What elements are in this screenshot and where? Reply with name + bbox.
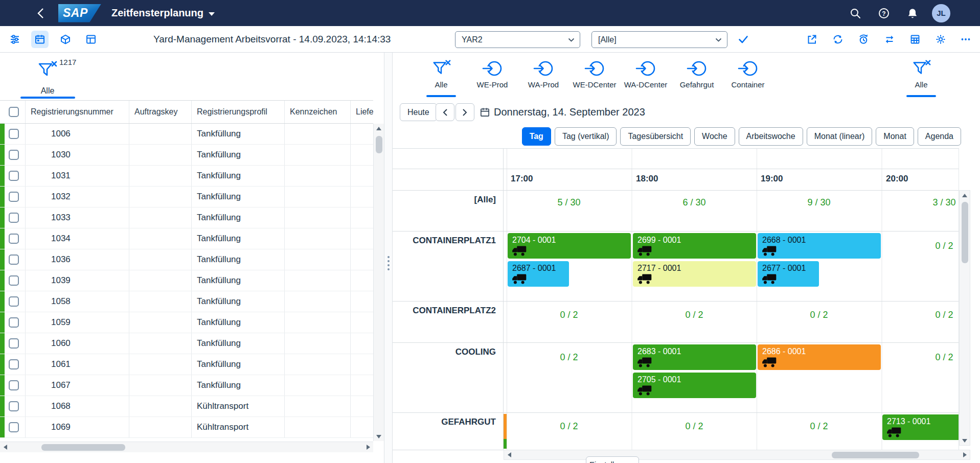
table-row[interactable]: 1059Tankfüllung [0,312,373,333]
app-title-menu[interactable]: Zeitfensterplanung [111,7,215,19]
row-checkbox[interactable] [9,380,19,390]
appointment[interactable]: 2683 - 0001 [633,344,756,370]
table-row[interactable]: 1058Tankfüllung [0,291,373,312]
table-row[interactable]: 1039Tankfüllung [0,270,373,291]
filter-select[interactable]: [Alle] [591,31,727,48]
view-tab-monat-linear[interactable]: Monat (linear) [807,127,873,146]
avatar[interactable]: JL [932,4,950,22]
synchronize-button[interactable] [829,31,847,48]
column-header-registrierungsnummer[interactable]: Registrierungsnummer [25,101,129,123]
notifications-button[interactable] [903,4,922,22]
table-row[interactable]: 1006Tankfüllung [0,124,373,145]
view-tab-tagesuebersicht[interactable]: Tagesübersicht [620,127,691,146]
planner-horizontal-scrollbar[interactable] [504,450,970,460]
column-header-lieferung[interactable]: Liefe [350,101,373,123]
appointment[interactable]: 2677 - 0001 [758,261,819,287]
planner-vertical-scrollbar[interactable] [959,190,970,446]
row-checkbox[interactable] [9,234,19,244]
planner-tab-we-prod[interactable]: WE-Prod [467,57,518,97]
planner-tab-we-dcenter[interactable]: WE-DCenter [569,57,620,97]
appointment[interactable]: 2699 - 0001 [633,233,756,259]
scroll-down-button[interactable] [374,432,384,441]
einstellungen-button[interactable]: Einstellungen [586,456,639,463]
view-tab-arbeitswoche[interactable]: Arbeitswoche [739,127,803,146]
row-checkbox[interactable] [9,338,19,349]
view-tab-monat[interactable]: Monat [876,127,914,146]
scroll-down-button[interactable] [960,436,970,445]
overflow-button[interactable] [957,31,974,48]
yard-select[interactable]: YAR2 [455,31,580,48]
filter-tab-label[interactable]: Alle [26,86,69,96]
settings-button[interactable] [932,31,949,48]
view-tab-agenda[interactable]: Agenda [918,127,961,146]
row-checkbox[interactable] [9,192,19,202]
row-checkbox[interactable] [9,317,19,328]
column-header-kennzeichen[interactable]: Kennzeichen [284,101,350,123]
appointment[interactable]: 2687 - 0001 [508,261,569,287]
scrollbar-thumb[interactable] [41,444,125,451]
refresh-time-button[interactable] [855,31,872,48]
planner-tab-alle[interactable]: Alle [416,57,467,97]
appointment[interactable]: 2705 - 0001 [633,373,756,398]
planner-tab-alle-right[interactable]: Alle [896,57,947,97]
table-row[interactable]: 1033Tankfüllung [0,207,373,228]
select-all-checkbox[interactable] [9,107,19,117]
table-row[interactable]: 1069Kühltransport [0,417,373,438]
appointment[interactable]: 2717 - 0001 [633,261,756,287]
planner-tab-wa-prod[interactable]: WA-Prod [518,57,569,97]
scroll-up-button[interactable] [960,191,970,200]
worklist-vertical-scrollbar[interactable] [373,124,384,441]
appointment[interactable]: 2713 - 0001 [882,414,959,440]
product-view-button[interactable] [57,31,74,48]
table-row[interactable]: 1067Tankfüllung [0,375,373,396]
planner-tab-gefahrgut[interactable]: Gefahrgut [671,57,722,97]
row-checkbox[interactable] [9,171,19,181]
scroll-up-button[interactable] [374,124,384,133]
list-settings-button[interactable] [6,31,24,48]
row-checkbox[interactable] [9,213,19,223]
calendar-view-toggle[interactable] [31,31,49,48]
column-header-auftragskey[interactable]: Auftragskey [129,101,191,123]
panel-splitter[interactable] [384,53,393,463]
help-button[interactable]: ? [875,4,893,22]
view-tab-tag-vertikal[interactable]: Tag (vertikal) [555,127,617,146]
row-checkbox[interactable] [9,296,19,307]
swap-button[interactable] [881,31,898,48]
back-button[interactable] [33,5,48,22]
table-row[interactable]: 1034Tankfüllung [0,228,373,249]
table-row[interactable]: 1032Tankfüllung [0,187,373,207]
row-checkbox[interactable] [9,254,19,265]
table-row[interactable]: 1060Tankfüllung [0,333,373,354]
scrollbar-thumb[interactable] [832,452,919,458]
table-row[interactable]: 1036Tankfüllung [0,249,373,270]
table-row[interactable]: 1068Kühltransport [0,396,373,417]
appointment[interactable]: 2668 - 0001 [758,233,881,259]
view-tab-woche[interactable]: Woche [694,127,735,146]
table-row[interactable]: 1030Tankfüllung [0,145,373,166]
column-header-registrierungsprofil[interactable]: Registrierungsprofil [191,101,284,123]
row-checkbox[interactable] [9,359,19,369]
export-button[interactable] [803,31,821,48]
scroll-left-button[interactable] [504,450,514,459]
view-tab-tag[interactable]: Tag [522,127,551,146]
table-row[interactable]: 1061Tankfüllung [0,354,373,375]
today-button[interactable]: Heute [400,103,437,121]
row-checkbox[interactable] [9,150,19,160]
scroll-right-button[interactable] [960,450,970,459]
scroll-left-button[interactable] [0,442,10,452]
planner-tab-wa-dcenter[interactable]: WA-DCenter [620,57,671,97]
worklist-horizontal-scrollbar[interactable] [0,442,373,452]
row-checkbox[interactable] [9,275,19,286]
spreadsheet-button[interactable] [906,31,924,48]
row-checkbox[interactable] [9,401,19,411]
search-button[interactable] [846,4,864,22]
table-view-button[interactable] [82,31,100,48]
row-checkbox[interactable] [9,422,19,432]
scroll-right-button[interactable] [363,442,373,452]
scrollbar-thumb[interactable] [962,202,968,263]
table-row[interactable]: 1031Tankfüllung [0,166,373,187]
scrollbar-thumb[interactable] [376,136,382,153]
previous-day-button[interactable] [436,103,454,121]
appointment[interactable]: 2704 - 0001 [508,233,631,259]
appointment[interactable]: 2686 - 0001 [758,344,881,370]
